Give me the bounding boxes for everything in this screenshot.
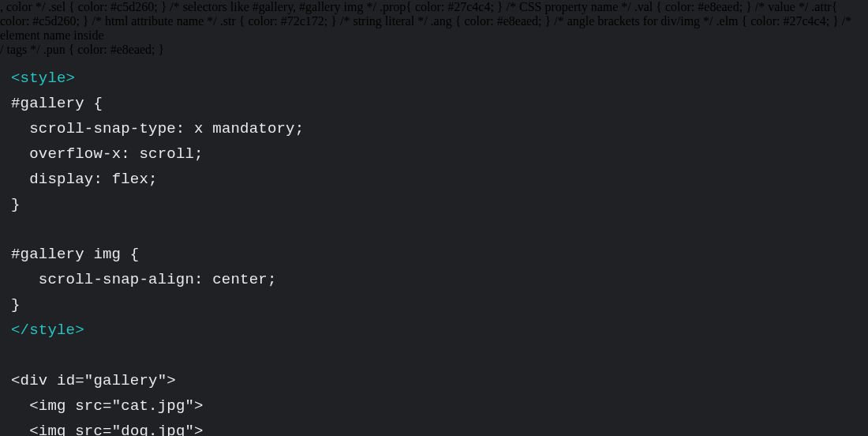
code-token [11, 397, 29, 415]
code-token: "dog.jpg" [112, 423, 194, 436]
code-token: "cat.jpg" [112, 397, 194, 415]
code-token: #gallery [11, 95, 84, 112]
code-token: flex [112, 171, 148, 188]
code-token: ; [295, 120, 305, 137]
code-token: x mandatory [194, 120, 295, 137]
code-token: : [121, 145, 139, 163]
code-token: scroll-snap-align [39, 271, 194, 288]
code-token [11, 423, 29, 436]
code-token: ; [194, 145, 204, 163]
code-token: src [75, 423, 103, 436]
code-token: ; [268, 271, 277, 288]
code-token: } [11, 296, 21, 314]
code-line: <div id="gallery"> [11, 372, 176, 389]
code-token: : [194, 271, 212, 288]
code-line: <img src="cat.jpg"> [11, 397, 204, 415]
code-token [66, 397, 76, 415]
code-line: #gallery { [11, 95, 103, 112]
code-line: } [11, 196, 21, 213]
code-token: img [39, 397, 66, 415]
code-token: src [75, 397, 103, 415]
code-token: </style> [11, 321, 84, 339]
code-token: <style> [11, 70, 75, 87]
code-line: } [11, 296, 21, 314]
code-line: scroll-snap-type: x mandatory; [11, 120, 304, 137]
code-token: scroll [139, 145, 194, 163]
code-token: ; [148, 171, 158, 188]
code-token [11, 145, 29, 163]
code-token: = [103, 423, 112, 436]
code-token [11, 271, 39, 288]
code-token: > [194, 423, 204, 436]
code-token: { [84, 95, 103, 112]
code-token: = [103, 397, 112, 415]
code-token [11, 120, 29, 137]
code-token: center [212, 271, 268, 288]
code-block: <style> #gallery { scroll-snap-type: x m… [0, 57, 868, 436]
code-token [11, 171, 29, 188]
code-token: < [29, 397, 39, 415]
code-line: #gallery img { [11, 246, 139, 263]
code-token: id [57, 372, 75, 389]
code-token: #gallery img [11, 246, 121, 263]
code-token: > [166, 372, 176, 389]
code-token: > [194, 397, 204, 415]
code-token [66, 423, 76, 436]
code-line: scroll-snap-align: center; [11, 271, 277, 288]
code-token: img [39, 423, 66, 436]
code-token: } [11, 196, 21, 213]
code-token: display [29, 171, 93, 188]
code-line: <style> [11, 70, 75, 87]
code-line: </style> [11, 321, 84, 339]
code-token [47, 372, 57, 389]
code-line: overflow-x: scroll; [11, 145, 204, 163]
code-token: = [75, 372, 84, 389]
code-token: : [176, 120, 194, 137]
code-token: "gallery" [84, 372, 166, 389]
code-token: : [93, 171, 111, 188]
code-token: { [121, 246, 139, 263]
code-line: <img src="dog.jpg"> [11, 423, 204, 436]
code-token: scroll-snap-type [29, 120, 176, 137]
code-token: < [11, 372, 21, 389]
code-token: < [29, 423, 39, 436]
code-token: overflow-x [29, 145, 121, 163]
code-line: display: flex; [11, 171, 158, 188]
code-token: div [21, 372, 48, 389]
